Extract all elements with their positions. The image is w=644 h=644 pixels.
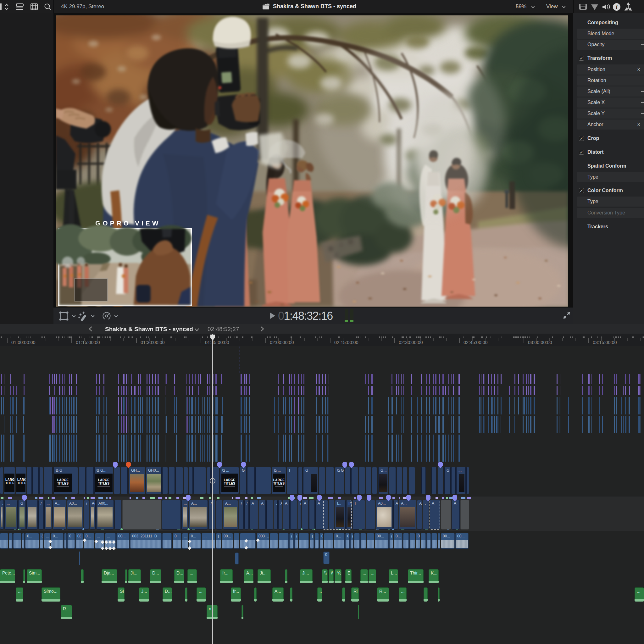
svg-text:03:00:00:00: 03:00:00:00 bbox=[528, 340, 552, 345]
svg-text:01:15:00:00: 01:15:00:00 bbox=[76, 340, 100, 345]
svg-text:02:45:00:00: 02:45:00:00 bbox=[464, 340, 488, 345]
svg-text:02:30:00:00: 02:30:00:00 bbox=[399, 340, 423, 345]
svg-text:02:00:00:00: 02:00:00:00 bbox=[270, 340, 294, 345]
svg-text:01:30:00:00: 01:30:00:00 bbox=[141, 340, 165, 345]
svg-text:01:45:00:00: 01:45:00:00 bbox=[205, 340, 229, 345]
svg-text:i: i bbox=[616, 4, 618, 10]
svg-text:03:15:00:00: 03:15:00:00 bbox=[593, 340, 617, 345]
svg-text:01:00:00:00: 01:00:00:00 bbox=[11, 340, 36, 345]
svg-text:02:15:00:00: 02:15:00:00 bbox=[334, 340, 358, 345]
